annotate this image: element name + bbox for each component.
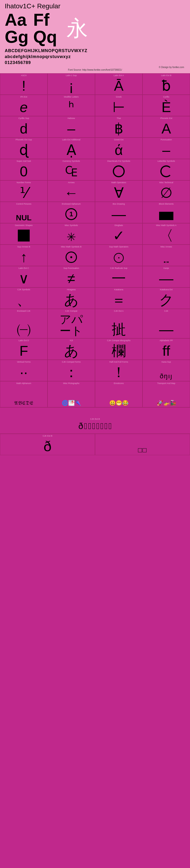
label-thai: Thai: [95, 117, 142, 119]
cell-cjk: CJK —: [143, 309, 190, 338]
label-cyrillicsup: Cyrillic Sup: [0, 117, 47, 119]
label-cjkcompatideographs: CJK Compat Ideographs: [95, 339, 142, 342]
label-latinextc: Latin Ext C: [0, 267, 47, 269]
symbol-cjkextb-8: 𠀆: [109, 421, 112, 431]
label-enclosed: Enclosed Alphanum: [48, 203, 95, 205]
symbol-katakanaext: ク: [159, 293, 174, 307]
cell-latinextd: Latin Ext D F: [0, 338, 47, 360]
label-enclosedcjk: Enclosed CJK: [0, 310, 47, 312]
symbol-ipa: e: [20, 100, 28, 115]
label-hebrew: Hebrew: [48, 117, 95, 119]
cell-cjkcompatideographs: CJK Compat Ideographs 欄: [95, 338, 143, 360]
label-cjkexta: CJK Ext A: [95, 310, 142, 312]
label-suppunct: Sup Punctuation: [48, 267, 95, 269]
label-cjkradicalssup: CJK Radicals Sup: [95, 267, 142, 269]
label-latinextd: Latin Ext D: [0, 339, 47, 342]
cell-kanje: Kanje —: [143, 266, 190, 287]
symbol-controlpic: NUL: [16, 214, 32, 221]
symbol-diacriticals: [113, 165, 125, 177]
label-miscarrows: Misc Arrows: [143, 246, 190, 248]
symbol-cyrillicsup: d: [20, 122, 28, 136]
label-cjksym: CJK Symbols: [0, 288, 47, 291]
cell-cjkcompat: CJK Compat アパート: [47, 309, 95, 338]
digits: 0123456789: [5, 60, 185, 66]
symbol-verticalforms: ··: [20, 365, 28, 379]
label-modifier: Modifier Letters: [48, 96, 95, 98]
symbol-superandsub: 0: [20, 164, 28, 179]
cell-phoneticext: Phonetic Ext A: [143, 116, 190, 137]
cell-superandsub: Super And Sub 0: [0, 159, 47, 180]
cell-hebrew: Hebrew –: [47, 116, 95, 137]
symbol-yiji: あ: [64, 344, 79, 358]
cell-katakanaext: Katakana Ext ク: [143, 287, 190, 309]
cell-latinextb: Latin Ext B ƀ: [143, 73, 190, 95]
cell-suppunct: Sup Punctuation ≠: [47, 266, 95, 287]
symbol-cjkextb-4: 𠀂: [92, 421, 95, 431]
symbol-blockelements: [159, 212, 174, 220]
letters-ff: Ff: [33, 11, 57, 28]
symbol-latinexta: Ā: [114, 79, 123, 93]
label-halffullforms: Half And Full Forms: [95, 361, 142, 363]
symbol-latinextd: F: [20, 344, 28, 358]
cell-miscarrows: Misc Arrows ▪▫▪: [143, 245, 190, 266]
cell-ipa: IPA Ext e: [0, 95, 47, 116]
cell-supmathop: Sup Math Operators: [95, 245, 143, 266]
symbol-hebrew: –: [67, 122, 75, 136]
symbol-greek: ⊢: [113, 100, 125, 115]
letters-qq: Qq: [33, 28, 57, 45]
symbol-katakana: ＝: [112, 293, 126, 307]
symbol-miscarrows: ▪▫▪: [164, 259, 168, 265]
cell-cjkcompatforms: CJK Compat Forms ：: [47, 360, 95, 381]
label-greek: Greek: [95, 96, 142, 98]
symbol-latin1sup: ¡: [69, 79, 74, 93]
label-last-left: CJK Ext B: [0, 435, 95, 437]
cell-kanasup: Kana Sup ðŋıȷ: [143, 360, 190, 381]
cjk-sample: 永: [67, 18, 88, 39]
symbol-thai: ฿: [114, 122, 123, 136]
symbol-suparrowsb: ↑: [20, 250, 27, 265]
label-miscmatha: Misc Math Symbols A: [143, 224, 190, 226]
symbol-geoshapes: [18, 229, 30, 242]
label-suparrowsb: Sup Arrows B: [0, 246, 47, 248]
label-kanasup: Kana Sup: [143, 361, 190, 363]
cell-miscsym: Misc Symbols ✳: [47, 223, 95, 245]
cell-katakana: Katakana ＝: [95, 287, 143, 309]
cell-hiragana: Hiragana あ: [47, 287, 95, 309]
symbol-mathalphanum: 𝔄𝔅ℭ𝔇𝔈: [14, 400, 33, 406]
symbol-cjkextb-3: 𠀁: [88, 421, 91, 431]
cell-cjksym: CJK Symbols 、: [0, 287, 47, 309]
cell-suparrowsb: Sup Arrows B ↑: [0, 245, 47, 266]
credit: © Design by fontke.com: [5, 66, 185, 68]
label-greekext: Greek Ext: [95, 138, 142, 141]
letter-pair-ag: Aa Gg: [5, 11, 29, 45]
label-currency: Currency Symbols: [48, 160, 95, 162]
label-latinextadd: Latin Ext Additional: [48, 138, 95, 141]
symbol-dingbats: ✓: [113, 229, 125, 243]
cell-yiji: YiJi あ: [47, 338, 95, 360]
symbol-letterlike: [160, 165, 172, 177]
symbol-alphabeticpf: ff: [162, 344, 170, 358]
label-latinexta: Latin Ext A: [95, 74, 142, 76]
cell-greek: Greek ⊢: [95, 95, 143, 116]
label-superandsub: Super And Sub: [0, 160, 47, 162]
label-punctuation: Punctuation: [143, 138, 190, 141]
cell-cjkradicalssup: CJK Radicals Sup ⼀: [95, 266, 143, 287]
cell-punctuation: Punctuation –: [143, 137, 190, 159]
cjk-ext-b-row: CJK Ext B ð 𠀀 𠀁 𠀂 𠀃 𠀄 𠀅 𠀆: [0, 407, 190, 434]
symbol-cjkradicalssup: ⼀: [112, 272, 126, 286]
label-phoneticext: Phonetic Ext: [143, 117, 190, 119]
cell-mathalphanum: Math Alphanum 𝔄𝔅ℭ𝔇𝔈: [0, 381, 47, 407]
cell-cyrillic: Cyrillic È: [143, 95, 190, 116]
symbol-last-right: □□: [138, 447, 147, 454]
symbol-cjkextb-5: 𠀃: [96, 421, 99, 431]
label-misctech: Misc Technical: [143, 181, 190, 184]
label-letterlike: Letterlike Symbols: [143, 160, 190, 162]
cell-verticalforms: Vertical Forms ··: [0, 360, 47, 381]
label-katakanaext: Katakana Ext: [143, 288, 190, 291]
label-dingbats: Dingbats: [95, 224, 142, 226]
symbol-kanasup: ðŋıȷ: [160, 373, 173, 379]
label-miscpictographs: Misc Pictographs: [48, 382, 95, 384]
font-title: Ihatov1C+ Regular: [5, 2, 185, 10]
symbol-miscmathb: [66, 251, 77, 263]
cell-geoshapes: Geometric Shapes: [0, 223, 47, 245]
